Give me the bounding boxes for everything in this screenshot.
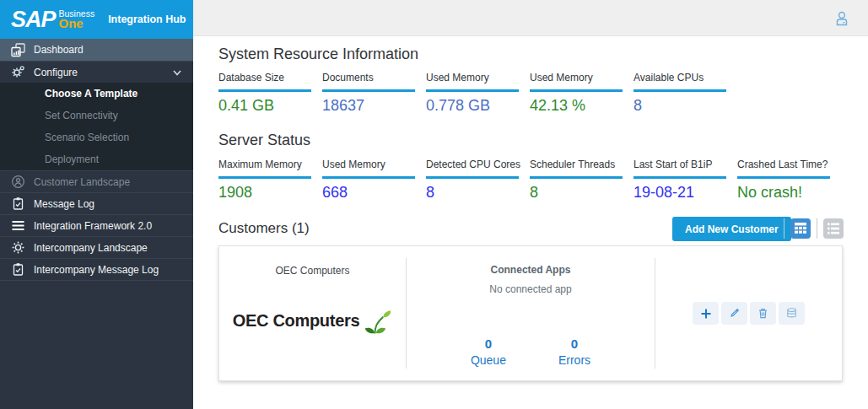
view-toggle-group <box>784 218 844 239</box>
plant-leaf-icon <box>364 309 392 341</box>
card-view-toggle-icon[interactable] <box>790 218 811 239</box>
metric-used-memory-pct: Used Memory 42.13 % <box>530 72 623 115</box>
errors-count: 0 <box>571 336 578 351</box>
metric-value: 8 <box>633 97 726 115</box>
customer-card-actions <box>655 246 842 380</box>
sidebar-subitem-choose-a-template[interactable]: Choose A Template <box>0 83 193 105</box>
sidebar-subitem-set-connectivity[interactable]: Set Connectivity <box>0 105 193 126</box>
person-circle-icon <box>11 175 25 189</box>
sidebar-item-label: Dashboard <box>34 44 84 56</box>
main-content: System Resource Information Database Siz… <box>193 36 868 409</box>
metric-label: Maximum Memory <box>218 159 311 179</box>
add-connection-button[interactable] <box>693 302 719 325</box>
add-new-customer-button[interactable]: Add New Customer <box>672 217 791 241</box>
sidebar-item-label: Configure <box>34 67 78 78</box>
metric-label: Scheduler Threads <box>530 159 623 179</box>
sidebar-item-customer-landscape[interactable]: Customer Landscape <box>0 170 193 192</box>
queue-stat[interactable]: 0 Queue <box>471 336 506 367</box>
errors-label: Errors <box>558 353 590 367</box>
queue-count: 0 <box>485 336 492 351</box>
gears-icon <box>11 65 25 79</box>
sidebar-item-label: Integration Framework 2.0 <box>34 220 152 232</box>
clipboard-check-icon <box>11 262 25 277</box>
metric-last-start: Last Start of B1iP 19-08-21 <box>633 159 726 202</box>
customer-card: OEC Computers OEC Computers Connect <box>218 245 843 381</box>
metric-value: 8 <box>426 184 519 202</box>
database-button[interactable] <box>779 302 805 325</box>
metric-value: 1908 <box>218 184 311 202</box>
metric-crashed-last-time: Crashed Last Time? No crash! <box>737 159 830 202</box>
chevron-down-icon <box>171 67 183 81</box>
sidebar-item-message-log[interactable]: Message Log <box>0 192 193 214</box>
metric-label: Crashed Last Time? <box>737 159 830 179</box>
metric-label: Detected CPU Cores <box>426 159 519 179</box>
metric-scheduler-threads: Scheduler Threads 8 <box>530 159 623 202</box>
app-title: Integration Hub <box>108 13 186 25</box>
configure-submenu: Choose A Template Set Connectivity Scena… <box>0 83 193 170</box>
connected-apps-panel: Connected Apps No connected app 0 Queue … <box>407 246 655 380</box>
metric-documents: Documents 18637 <box>322 72 415 115</box>
top-bar <box>193 0 868 36</box>
metric-detected-cpu-cores: Detected CPU Cores 8 <box>426 159 519 202</box>
metric-used-memory: Used Memory 668 <box>322 159 415 202</box>
edit-customer-button[interactable] <box>721 302 747 325</box>
sidebar-item-label: Customer Landscape <box>34 176 130 188</box>
sidebar-subitem-scenario-selection[interactable]: Scenario Selection <box>0 126 193 148</box>
server-status-metrics: Maximum Memory 1908 Used Memory 668 Dete… <box>218 159 830 202</box>
metric-maximum-memory: Maximum Memory 1908 <box>218 159 311 202</box>
sidebar-item-intercompany-message-log[interactable]: Intercompany Message Log <box>0 258 193 280</box>
customer-name: OEC Computers <box>275 265 349 277</box>
queue-label: Queue <box>471 353 506 367</box>
sidebar-item-integration-framework[interactable]: Integration Framework 2.0 <box>0 214 193 236</box>
connected-apps-title: Connected Apps <box>491 264 571 276</box>
brand-header: SAP Business One Integration Hub <box>0 0 193 39</box>
metric-label: Used Memory <box>530 72 623 92</box>
metric-value: 668 <box>322 184 415 202</box>
metric-value: 18637 <box>322 97 415 115</box>
sidebar-item-label: Intercompany Message Log <box>34 264 159 276</box>
list-view-toggle-icon[interactable] <box>823 218 844 239</box>
customer-logo-text: OEC Computers <box>233 311 360 331</box>
sidebar-item-label: Message Log <box>34 198 94 210</box>
divider <box>784 218 784 239</box>
metric-value: 19-08-21 <box>633 184 726 202</box>
delete-customer-button[interactable] <box>750 302 776 325</box>
sidebar-subitem-deployment[interactable]: Deployment <box>0 148 193 170</box>
sidebar-item-configure[interactable]: Configure <box>0 61 193 83</box>
metric-used-memory-gb: Used Memory 0.778 GB <box>426 72 519 115</box>
brand-one-text: One <box>59 17 95 30</box>
system-resource-metrics: Database Size 0.41 GB Documents 18637 Us… <box>218 72 726 115</box>
sidebar: SAP Business One Integration Hub Dashboa… <box>0 0 193 409</box>
customer-card-identity: OEC Computers OEC Computers <box>219 246 406 380</box>
metric-value: 0.778 GB <box>426 97 519 115</box>
metric-label: Used Memory <box>426 72 519 92</box>
section-title-system-resources: System Resource Information <box>218 46 418 63</box>
customer-logo: OEC Computers <box>233 300 393 341</box>
metric-value: 42.13 % <box>530 97 623 115</box>
metric-available-cpus: Available CPUs 8 <box>633 72 726 115</box>
metric-label: Used Memory <box>322 159 415 179</box>
queue-error-stats: 0 Queue 0 Errors <box>471 336 590 367</box>
customers-heading: Customers (1) <box>218 220 310 237</box>
clipboard-check-icon <box>11 196 25 211</box>
metric-value: 0.41 GB <box>218 97 311 115</box>
metric-label: Last Start of B1iP <box>633 159 726 179</box>
divider <box>817 218 817 239</box>
metric-value: 8 <box>530 184 623 202</box>
metric-label: Database Size <box>218 72 311 92</box>
gear-icon <box>11 240 25 255</box>
connected-apps-empty-text: No connected app <box>489 283 571 295</box>
metric-label: Documents <box>322 72 415 92</box>
sidebar-item-dashboard[interactable]: Dashboard <box>0 39 193 61</box>
user-profile-icon[interactable] <box>833 9 851 28</box>
metric-value: No crash! <box>737 184 830 202</box>
integration-hub-app: SAP Business One Integration Hub Dashboa… <box>0 0 868 409</box>
metric-label: Available CPUs <box>633 72 726 92</box>
sap-logo: SAP <box>11 8 56 31</box>
menu-lines-icon <box>11 218 25 233</box>
metric-database-size: Database Size 0.41 GB <box>218 72 311 115</box>
dashboard-icon <box>11 43 25 57</box>
sidebar-item-intercompany-landscape[interactable]: Intercompany Landscape <box>0 236 193 258</box>
errors-stat[interactable]: 0 Errors <box>558 336 590 367</box>
business-one-logo: Business One <box>59 9 95 30</box>
